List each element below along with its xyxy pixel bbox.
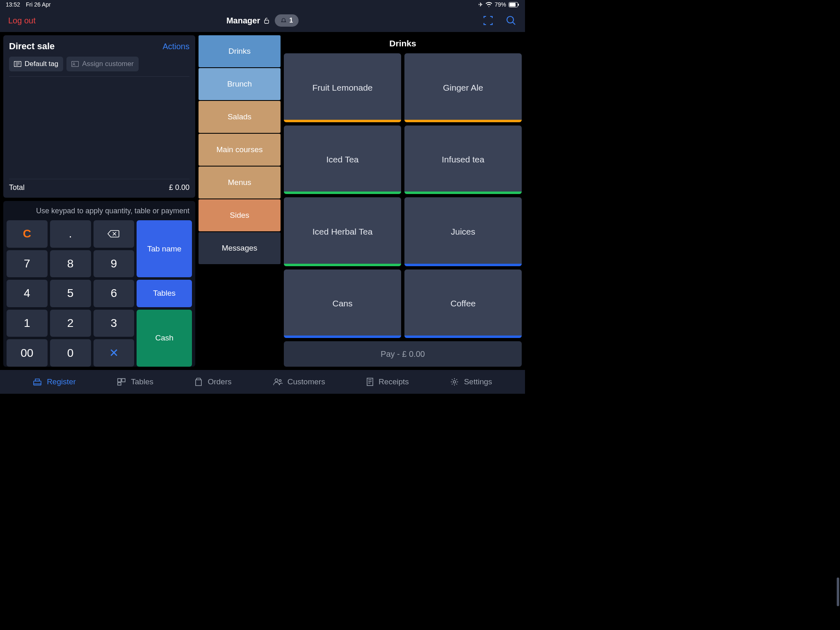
notification-count: 1 <box>289 17 293 24</box>
key-0[interactable]: 0 <box>50 339 91 367</box>
bottom-nav: Register Tables Orders Customers Receipt… <box>0 370 525 394</box>
tables-icon <box>117 378 126 386</box>
app-header: Log out Manager 1 <box>0 9 525 32</box>
key-tables[interactable]: Tables <box>137 280 192 307</box>
key-7[interactable]: 7 <box>7 250 48 278</box>
wifi-icon <box>486 2 492 7</box>
gear-icon <box>450 377 459 386</box>
key-8[interactable]: 8 <box>50 250 91 278</box>
current-category-title: Drinks <box>284 35 522 50</box>
svg-rect-17 <box>118 379 121 382</box>
svg-rect-19 <box>118 383 121 385</box>
nav-settings[interactable]: Settings <box>450 377 492 386</box>
role-indicator[interactable]: Manager <box>226 16 270 25</box>
svg-rect-14 <box>34 381 41 385</box>
sale-panel: Direct sale Actions Default tag Assign c… <box>3 35 195 198</box>
svg-rect-3 <box>265 20 269 23</box>
key-backspace[interactable] <box>94 220 135 248</box>
product-fruit-lemonade[interactable]: Fruit Lemonade <box>284 53 401 122</box>
register-icon <box>33 378 42 386</box>
customers-icon <box>273 378 283 386</box>
keypad-panel: Use keypad to apply quantity, table or p… <box>3 201 195 367</box>
logout-button[interactable]: Log out <box>8 16 36 25</box>
status-date: Fri 26 Apr <box>26 1 51 8</box>
svg-point-20 <box>275 379 278 382</box>
key-dot[interactable]: . <box>50 220 91 248</box>
actions-link[interactable]: Actions <box>162 42 189 51</box>
sale-title: Direct sale <box>9 41 55 52</box>
sale-lines <box>9 77 189 179</box>
category-sides[interactable]: Sides <box>199 199 281 231</box>
svg-rect-10 <box>72 62 79 67</box>
key-4[interactable]: 4 <box>7 280 48 307</box>
status-time: 13:52 <box>6 1 20 8</box>
scan-icon[interactable] <box>482 15 494 26</box>
svg-point-4 <box>507 16 514 23</box>
svg-point-21 <box>279 380 281 382</box>
key-5[interactable]: 5 <box>50 280 91 307</box>
nav-receipts[interactable]: Receipts <box>366 377 409 386</box>
key-tab-name[interactable]: Tab name <box>137 220 192 277</box>
tag-icon <box>14 61 21 67</box>
key-3[interactable]: 3 <box>94 310 135 337</box>
svg-point-26 <box>453 381 456 383</box>
svg-rect-2 <box>518 4 519 6</box>
nav-register[interactable]: Register <box>33 377 76 386</box>
category-menus[interactable]: Menus <box>199 167 281 199</box>
notification-pill[interactable]: 1 <box>275 14 299 27</box>
product-juices[interactable]: Juices <box>404 197 522 266</box>
battery-icon <box>509 2 519 7</box>
category-drinks[interactable]: Drinks <box>199 35 281 67</box>
role-label: Manager <box>226 16 260 25</box>
category-messages[interactable]: Messages <box>199 232 281 264</box>
svg-rect-22 <box>367 378 373 386</box>
category-brunch[interactable]: Brunch <box>199 68 281 100</box>
svg-line-5 <box>513 22 515 25</box>
total-label: Total <box>9 183 25 192</box>
svg-rect-18 <box>122 379 125 382</box>
status-bar: 13:52 Fri 26 Apr ✈ 79% <box>0 0 525 9</box>
customer-icon <box>71 61 79 67</box>
lock-icon <box>263 17 270 24</box>
key-9[interactable]: 9 <box>94 250 135 278</box>
category-salads[interactable]: Salads <box>199 101 281 133</box>
product-coffee[interactable]: Coffee <box>404 269 522 338</box>
product-grid: Fruit Lemonade Ginger Ale Iced Tea Infus… <box>284 53 522 338</box>
key-cash[interactable]: Cash <box>137 310 192 367</box>
category-list: Drinks Brunch Salads Main courses Menus … <box>199 35 281 367</box>
category-main-courses[interactable]: Main courses <box>199 134 281 166</box>
nav-orders[interactable]: Orders <box>194 377 231 386</box>
product-cans[interactable]: Cans <box>284 269 401 338</box>
total-value: £ 0.00 <box>169 183 189 192</box>
battery-percent: 79% <box>495 1 506 8</box>
key-multiply[interactable]: ✕ <box>94 339 135 367</box>
airplane-icon: ✈ <box>478 1 483 8</box>
keypad-hint: Use keypad to apply quantity, table or p… <box>7 204 192 220</box>
receipts-icon <box>366 377 374 386</box>
svg-point-11 <box>73 63 75 64</box>
product-iced-tea[interactable]: Iced Tea <box>284 126 401 194</box>
key-1[interactable]: 1 <box>7 310 48 337</box>
orders-icon <box>194 377 203 386</box>
bell-icon <box>281 18 287 24</box>
default-tag-button[interactable]: Default tag <box>9 57 63 71</box>
nav-customers[interactable]: Customers <box>273 377 325 386</box>
product-iced-herbal-tea[interactable]: Iced Herbal Tea <box>284 197 401 266</box>
svg-rect-1 <box>509 3 516 7</box>
product-infused-tea[interactable]: Infused tea <box>404 126 522 194</box>
key-6[interactable]: 6 <box>94 280 135 307</box>
key-2[interactable]: 2 <box>50 310 91 337</box>
nav-tables[interactable]: Tables <box>117 377 153 386</box>
key-00[interactable]: 00 <box>7 339 48 367</box>
key-clear[interactable]: C <box>7 220 48 248</box>
assign-customer-button[interactable]: Assign customer <box>66 57 139 71</box>
svg-rect-15 <box>35 379 39 381</box>
pay-button[interactable]: Pay - £ 0.00 <box>284 341 522 367</box>
product-ginger-ale[interactable]: Ginger Ale <box>404 53 522 122</box>
search-icon[interactable] <box>505 15 517 26</box>
